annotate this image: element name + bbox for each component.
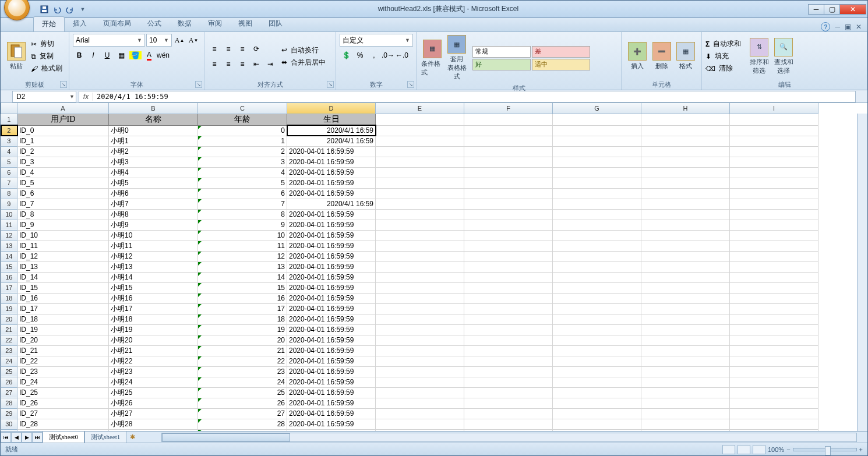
help-icon[interactable]: ? <box>821 22 830 31</box>
cell-20-D[interactable]: 2020-04-01 16:59:59 <box>287 314 376 324</box>
cell-15-C[interactable]: 13 <box>198 261 287 272</box>
cell-5-F[interactable] <box>464 157 553 167</box>
cell-4-A[interactable]: ID_2 <box>17 146 109 157</box>
decrease-indent-button[interactable]: ⇤ <box>250 58 263 70</box>
cell-15-A[interactable]: ID_13 <box>17 261 109 272</box>
cell-4-I[interactable] <box>730 146 818 157</box>
col-header-G[interactable]: G <box>553 103 641 114</box>
cell-14-E[interactable] <box>376 251 464 261</box>
format-painter-button[interactable]: 🖌格式刷 <box>31 63 62 73</box>
cell-7-D[interactable]: 2020-04-01 16:59:59 <box>287 178 376 188</box>
zoom-in-button[interactable]: + <box>859 446 863 453</box>
cell-27-H[interactable] <box>641 387 730 398</box>
row-header-21[interactable]: 21 <box>1 324 17 335</box>
merge-center-button[interactable]: ⬌合并后居中 <box>281 58 326 68</box>
cell-10-B[interactable]: 小明8 <box>109 209 198 220</box>
row-header-23[interactable]: 23 <box>1 345 17 356</box>
cell-13-C[interactable]: 11 <box>198 241 287 251</box>
cell-27-C[interactable]: 25 <box>198 387 287 398</box>
cell-19-E[interactable] <box>376 303 464 314</box>
cell-2-F[interactable] <box>464 125 553 136</box>
cell-21-E[interactable] <box>376 324 464 335</box>
cell-15-H[interactable] <box>641 261 730 272</box>
increase-indent-button[interactable]: ⇥ <box>264 58 277 70</box>
cell-16-G[interactable] <box>553 272 641 282</box>
fill-color-button[interactable]: 🪣 <box>129 49 142 62</box>
cell-10-G[interactable] <box>553 209 641 220</box>
select-all-corner[interactable] <box>1 103 17 114</box>
cell-12-C[interactable]: 10 <box>198 230 287 241</box>
cell-12-A[interactable]: ID_10 <box>17 230 109 241</box>
cell-18-A[interactable]: ID_16 <box>17 293 109 303</box>
bold-button[interactable]: B <box>73 49 86 62</box>
cell-14-H[interactable] <box>641 251 730 261</box>
cell-26-G[interactable] <box>553 377 641 387</box>
increase-decimal-button[interactable]: .0→ <box>382 49 394 62</box>
cell-15-D[interactable]: 2020-04-01 16:59:59 <box>287 261 376 272</box>
ribbon-tab-2[interactable]: 页面布局 <box>95 16 139 31</box>
grow-font-button[interactable]: A▲ <box>173 34 186 47</box>
cell-7-E[interactable] <box>376 178 464 188</box>
cell-13-D[interactable]: 2020-04-01 16:59:59 <box>287 241 376 251</box>
sheet-nav-first[interactable]: ⏮ <box>1 432 11 443</box>
cell-2-G[interactable] <box>553 125 641 136</box>
col-header-C[interactable]: C <box>198 103 287 114</box>
cell-3-E[interactable] <box>376 136 464 146</box>
col-header-F[interactable]: F <box>464 103 553 114</box>
cell-23-D[interactable]: 2020-04-01 16:59:59 <box>287 345 376 356</box>
sheet-nav-prev[interactable]: ◀ <box>11 432 22 443</box>
cell-2-B[interactable]: 小明0 <box>109 125 198 136</box>
cell-4-D[interactable]: 2020-04-01 16:59:59 <box>287 146 376 157</box>
cell-13-I[interactable] <box>730 241 818 251</box>
cell-11-I[interactable] <box>730 220 818 230</box>
cell-10-I[interactable] <box>730 209 818 220</box>
cell-2-A[interactable]: ID_0 <box>17 125 109 136</box>
row-header-12[interactable]: 12 <box>1 230 17 241</box>
cell-7-B[interactable]: 小明5 <box>109 178 198 188</box>
cell-10-A[interactable]: ID_8 <box>17 209 109 220</box>
cell-15-G[interactable] <box>553 261 641 272</box>
cell-2-I[interactable] <box>730 125 818 136</box>
cell-1-D[interactable]: 生日 <box>287 114 376 125</box>
cell-19-F[interactable] <box>464 303 553 314</box>
phonetic-button[interactable]: wén <box>157 49 170 62</box>
row-header-29[interactable]: 29 <box>1 408 17 419</box>
cell-3-C[interactable]: 1 <box>198 136 287 146</box>
cell-26-C[interactable]: 24 <box>198 377 287 387</box>
cell-18-I[interactable] <box>730 293 818 303</box>
cell-30-I[interactable] <box>730 419 818 429</box>
cell-6-G[interactable] <box>553 167 641 178</box>
row-header-31[interactable]: 31 <box>1 429 17 431</box>
number-format-combo[interactable]: 自定义▼ <box>340 34 413 47</box>
col-header-I[interactable]: I <box>730 103 818 114</box>
cell-26-F[interactable] <box>464 377 553 387</box>
sheet-nav-next[interactable]: ▶ <box>22 432 32 443</box>
cell-2-H[interactable] <box>641 125 730 136</box>
cell-9-F[interactable] <box>464 199 553 209</box>
cell-3-D[interactable]: 2020/4/1 16:59 <box>287 136 376 146</box>
orientation-button[interactable]: ⟳ <box>250 43 263 55</box>
cell-17-D[interactable]: 2020-04-01 16:59:59 <box>287 282 376 293</box>
cell-1-A[interactable]: 用户ID <box>17 114 109 125</box>
cell-29-A[interactable]: ID_27 <box>17 408 109 419</box>
cell-14-C[interactable]: 12 <box>198 251 287 261</box>
cell-1-H[interactable] <box>641 114 730 125</box>
cell-28-B[interactable]: 小明26 <box>109 398 198 408</box>
cut-button[interactable]: ✂剪切 <box>31 39 62 49</box>
clear-button[interactable]: ⌫清除 <box>705 63 741 73</box>
cell-19-C[interactable]: 17 <box>198 303 287 314</box>
cell-28-D[interactable]: 2020-04-01 16:59:59 <box>287 398 376 408</box>
cell-13-G[interactable] <box>553 241 641 251</box>
cell-30-H[interactable] <box>641 419 730 429</box>
zoom-out-button[interactable]: − <box>786 446 790 453</box>
cell-31-G[interactable] <box>553 429 641 431</box>
view-normal-button[interactable] <box>722 445 735 454</box>
cell-23-A[interactable]: ID_21 <box>17 345 109 356</box>
cell-11-G[interactable] <box>553 220 641 230</box>
cell-17-F[interactable] <box>464 282 553 293</box>
cell-17-E[interactable] <box>376 282 464 293</box>
shrink-font-button[interactable]: A▼ <box>187 34 200 47</box>
cell-22-E[interactable] <box>376 335 464 345</box>
cell-24-H[interactable] <box>641 356 730 366</box>
cell-18-H[interactable] <box>641 293 730 303</box>
